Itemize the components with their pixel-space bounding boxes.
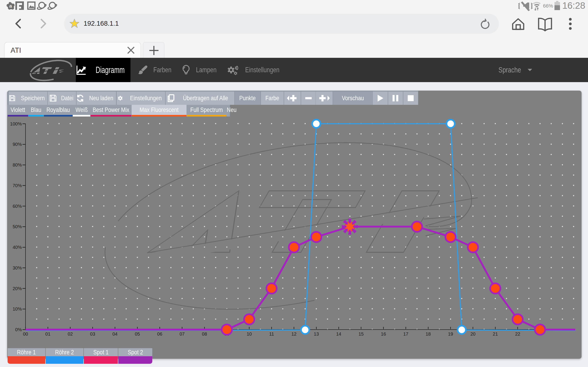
svg-text:0%: 0% <box>15 327 22 332</box>
svg-text:20: 20 <box>470 332 476 336</box>
svg-text:18: 18 <box>426 332 431 336</box>
svg-text:80%: 80% <box>13 162 22 167</box>
svg-text:20%: 20% <box>13 286 22 291</box>
svg-text:05: 05 <box>135 332 140 336</box>
svg-text:50%: 50% <box>13 224 22 229</box>
svg-text:22: 22 <box>515 332 520 336</box>
svg-text:00: 00 <box>23 332 28 336</box>
svg-text:15: 15 <box>359 332 363 336</box>
svg-text:a: a <box>9 3 12 8</box>
svg-text:16:28: 16:28 <box>562 0 585 10</box>
svg-text:19: 19 <box>448 332 453 336</box>
svg-text:01: 01 <box>45 332 50 336</box>
svg-text:21: 21 <box>493 332 498 336</box>
svg-text:13: 13 <box>314 332 319 336</box>
svg-text:04: 04 <box>112 332 117 336</box>
svg-text:08: 08 <box>202 332 207 336</box>
svg-text:10: 10 <box>247 332 252 336</box>
svg-text:90%: 90% <box>13 142 22 147</box>
svg-text:07: 07 <box>180 332 185 336</box>
svg-text:11: 11 <box>269 332 274 336</box>
svg-text:02: 02 <box>68 332 73 336</box>
svg-text:12: 12 <box>292 332 296 336</box>
svg-text:70%: 70% <box>13 183 22 188</box>
svg-text:30%: 30% <box>13 265 22 270</box>
svg-text:40%: 40% <box>13 245 22 250</box>
svg-text:16: 16 <box>381 332 386 336</box>
svg-text:06: 06 <box>157 332 162 336</box>
svg-text:14: 14 <box>336 332 341 336</box>
svg-text:03: 03 <box>90 332 95 336</box>
svg-text:17: 17 <box>403 332 408 336</box>
svg-text:66%: 66% <box>543 3 553 9</box>
svg-text:100%: 100% <box>10 121 22 126</box>
svg-text:60%: 60% <box>13 204 22 209</box>
svg-text:10%: 10% <box>13 307 22 311</box>
